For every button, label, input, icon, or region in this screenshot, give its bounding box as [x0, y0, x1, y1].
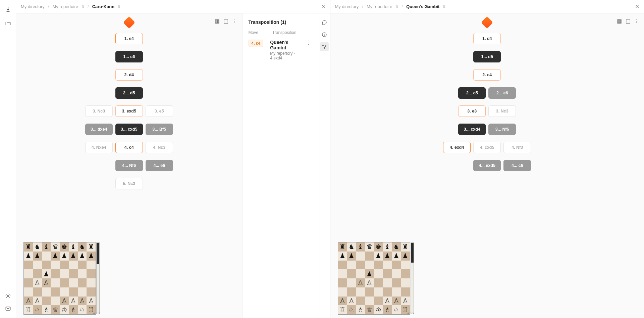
square[interactable]: ♜	[87, 242, 96, 252]
square[interactable]: ♟	[42, 269, 51, 278]
tree-area-left[interactable]: ▦ ◫ ⋮ 1. e41... c62. d42... d53. Nc33. e…	[16, 13, 242, 318]
square[interactable]	[60, 269, 69, 278]
tree-node[interactable]: 3... Bf5	[146, 124, 173, 135]
gear-icon[interactable]	[5, 292, 11, 299]
square[interactable]	[374, 287, 383, 297]
square[interactable]	[392, 278, 401, 287]
tree-node[interactable]: 3. Nc3	[85, 105, 113, 117]
square[interactable]: ♟	[347, 252, 356, 261]
tree-node[interactable]: 3... cxd5	[115, 124, 143, 135]
square[interactable]	[24, 278, 33, 287]
square[interactable]: ♙	[356, 278, 365, 287]
square[interactable]	[51, 261, 60, 270]
square[interactable]: ♟	[69, 252, 78, 261]
more-icon[interactable]: ⋮	[633, 17, 640, 24]
square[interactable]: ♔	[60, 305, 69, 314]
square[interactable]	[69, 278, 78, 287]
square[interactable]	[338, 269, 347, 278]
tree-node[interactable]: 4... e6	[146, 160, 173, 171]
folder-icon[interactable]	[5, 20, 11, 27]
board-toggle-icon[interactable]: ▦	[616, 17, 623, 24]
square[interactable]	[78, 278, 87, 287]
square[interactable]: ♕	[51, 305, 60, 314]
square[interactable]	[401, 261, 410, 270]
square[interactable]: ♘	[392, 305, 401, 314]
square[interactable]	[347, 269, 356, 278]
tree-node[interactable]: 4. Nc3	[146, 142, 173, 153]
square[interactable]	[356, 252, 365, 261]
square[interactable]: ♔	[374, 305, 383, 314]
tree-root[interactable]	[481, 16, 493, 29]
square[interactable]	[42, 252, 51, 261]
tree-node[interactable]: 4. Nxe4	[85, 142, 113, 153]
square[interactable]	[374, 297, 383, 306]
square[interactable]: ♟	[365, 269, 374, 278]
square[interactable]: ♚	[374, 242, 383, 252]
tree-node[interactable]: 1... d5	[473, 51, 501, 62]
square[interactable]	[24, 269, 33, 278]
square[interactable]	[69, 287, 78, 297]
square[interactable]: ♗	[42, 305, 51, 314]
square[interactable]	[365, 287, 374, 297]
square[interactable]	[347, 278, 356, 287]
split-view-icon[interactable]: ◫	[223, 17, 229, 24]
square[interactable]: ♟	[78, 252, 87, 261]
square[interactable]: ♙	[347, 297, 356, 306]
square[interactable]: ♟	[374, 252, 383, 261]
tree-node[interactable]: 3... dxe4	[85, 124, 113, 135]
square[interactable]	[60, 278, 69, 287]
chevron-updown-icon[interactable]: ⇅	[80, 5, 84, 8]
square[interactable]: ♙	[60, 297, 69, 306]
square[interactable]	[356, 261, 365, 270]
square[interactable]	[24, 261, 33, 270]
tree-node[interactable]: 2. c4	[473, 69, 501, 81]
square[interactable]	[383, 269, 392, 278]
square[interactable]	[60, 287, 69, 297]
square[interactable]	[383, 278, 392, 287]
crumb-2[interactable]: Queen's Gambit	[406, 4, 439, 9]
square[interactable]	[51, 269, 60, 278]
crumb-0[interactable]: My directory	[335, 4, 359, 9]
transposition-row[interactable]: 4. c4 Queen's Gambit My repertory · 4.ex…	[243, 36, 319, 64]
crumb-1[interactable]: My repertoire	[52, 4, 78, 9]
square[interactable]: ♘	[347, 305, 356, 314]
square[interactable]	[365, 261, 374, 270]
square[interactable]	[338, 278, 347, 287]
square[interactable]: ♙	[338, 297, 347, 306]
square[interactable]: ♗	[69, 305, 78, 314]
info-icon[interactable]	[320, 30, 329, 39]
crumb-2[interactable]: Caro-Kann	[92, 4, 114, 9]
square[interactable]: ♞	[392, 242, 401, 252]
square[interactable]	[365, 252, 374, 261]
square[interactable]	[356, 297, 365, 306]
tree-node[interactable]: 3. Nc3	[488, 105, 516, 117]
tree-node[interactable]: 2. d4	[115, 69, 143, 81]
square[interactable]: ♙	[392, 297, 401, 306]
tree-node[interactable]: 3. e3	[458, 105, 486, 117]
square[interactable]: ♟	[33, 252, 42, 261]
tree-node[interactable]: 4... c6	[503, 160, 531, 171]
square[interactable]	[33, 261, 42, 270]
square[interactable]	[78, 287, 87, 297]
square[interactable]	[374, 278, 383, 287]
square[interactable]: ♞	[33, 242, 42, 252]
square[interactable]: ♟	[383, 252, 392, 261]
square[interactable]: ♘	[78, 305, 87, 314]
square[interactable]: ♗	[356, 305, 365, 314]
square[interactable]: ♝	[69, 242, 78, 252]
square[interactable]: ♙	[42, 278, 51, 287]
square[interactable]	[365, 297, 374, 306]
square[interactable]	[60, 261, 69, 270]
square[interactable]	[24, 287, 33, 297]
square[interactable]	[87, 287, 96, 297]
square[interactable]	[78, 261, 87, 270]
tree-node[interactable]: 3. e5	[146, 105, 173, 117]
tree-node[interactable]: 3... cxd4	[458, 124, 486, 135]
tree-root[interactable]	[123, 16, 135, 29]
square[interactable]	[51, 278, 60, 287]
tree-node[interactable]: 1. e4	[115, 33, 143, 44]
tree-node[interactable]: 1... c6	[115, 51, 143, 62]
board-toggle-icon[interactable]: ▦	[214, 17, 221, 24]
square[interactable]: ♛	[51, 242, 60, 252]
square[interactable]: ♟	[392, 252, 401, 261]
